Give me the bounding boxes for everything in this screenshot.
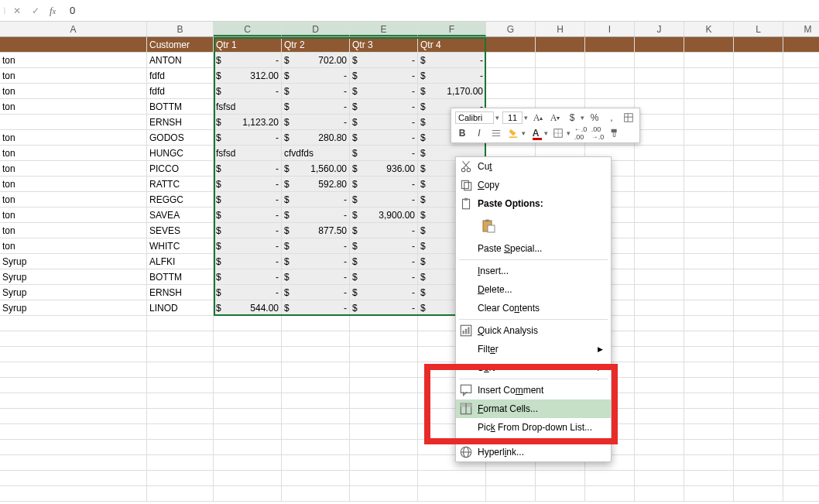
ctx-copy[interactable]: Copy (456, 176, 611, 194)
cell[interactable]: ALFKI (147, 254, 214, 269)
cell[interactable]: $- (350, 115, 418, 129)
cell[interactable]: $1,170.00 (418, 84, 486, 98)
cell[interactable]: $- (214, 53, 282, 67)
cell[interactable] (350, 486, 418, 501)
cell[interactable] (783, 37, 819, 52)
cell[interactable] (486, 84, 536, 98)
cell[interactable] (635, 177, 684, 191)
cell[interactable]: ANTON (147, 53, 214, 67)
cell[interactable] (486, 486, 536, 501)
cancel-formula-icon[interactable]: ✕ (9, 3, 25, 19)
cell[interactable] (635, 316, 684, 331)
cell[interactable] (350, 331, 418, 346)
cell[interactable] (734, 115, 783, 129)
cell[interactable]: $- (350, 254, 418, 269)
cell[interactable] (635, 362, 684, 377)
cell[interactable] (350, 347, 418, 362)
cell[interactable]: Customer (147, 37, 214, 52)
cell[interactable] (0, 347, 147, 362)
font-size-dropdown-icon[interactable]: ▾ (524, 114, 528, 122)
cell[interactable] (684, 269, 734, 284)
col-header-E[interactable]: E (350, 22, 418, 36)
cell[interactable] (214, 347, 282, 362)
cell[interactable]: $- (282, 207, 350, 222)
ctx-insert-comment[interactable]: Insert Comment (456, 381, 611, 399)
cell[interactable]: $- (282, 254, 350, 269)
cell[interactable]: $- (418, 68, 486, 83)
cell[interactable] (734, 53, 783, 67)
cell[interactable] (585, 471, 635, 485)
cell[interactable] (783, 177, 819, 191)
cell[interactable] (536, 471, 585, 485)
cell[interactable] (0, 362, 147, 377)
cell[interactable] (783, 362, 819, 377)
cell[interactable] (783, 347, 819, 362)
cell[interactable] (214, 362, 282, 377)
cell[interactable] (147, 316, 214, 331)
cell[interactable] (635, 300, 684, 315)
col-header-M[interactable]: M (783, 22, 819, 36)
cell[interactable]: $- (282, 99, 350, 114)
cell[interactable]: $- (282, 192, 350, 207)
cell[interactable] (783, 424, 819, 439)
cell[interactable]: ERNSH (147, 115, 214, 129)
cell[interactable] (635, 393, 684, 408)
cell[interactable] (214, 486, 282, 501)
cell[interactable] (684, 285, 734, 300)
cell[interactable]: $- (350, 99, 418, 114)
cell[interactable]: $3,900.00 (350, 207, 418, 222)
cell[interactable]: ton (0, 238, 147, 253)
cell[interactable] (734, 316, 783, 331)
cell[interactable] (684, 486, 734, 501)
cell[interactable] (214, 331, 282, 346)
cell[interactable]: $- (350, 238, 418, 253)
cell[interactable] (0, 486, 147, 501)
ctx-sort[interactable]: Sort ▶ (456, 358, 611, 377)
cell[interactable]: $936.00 (350, 161, 418, 176)
cell[interactable] (783, 440, 819, 454)
cell[interactable] (585, 53, 635, 67)
cell[interactable] (734, 331, 783, 346)
cell[interactable]: ton (0, 223, 147, 238)
cell[interactable] (684, 53, 734, 67)
cell[interactable] (635, 440, 684, 454)
cell[interactable] (214, 316, 282, 331)
cell[interactable] (214, 424, 282, 439)
cell[interactable] (147, 440, 214, 454)
cell[interactable] (734, 146, 783, 160)
cell[interactable] (734, 285, 783, 300)
cell[interactable] (783, 223, 819, 238)
cell[interactable] (684, 300, 734, 315)
font-size-select[interactable]: 11 (502, 111, 523, 124)
cell[interactable] (635, 223, 684, 238)
format-cells-icon[interactable] (622, 111, 636, 125)
fx-icon[interactable]: fx (50, 5, 56, 17)
cell[interactable]: $- (350, 177, 418, 191)
cell[interactable] (147, 471, 214, 485)
cell[interactable]: ton (0, 53, 147, 67)
cell[interactable]: $702.00 (282, 53, 350, 67)
font-color-icon[interactable]: A (529, 126, 543, 140)
cell[interactable] (635, 378, 684, 393)
cell[interactable] (282, 316, 350, 331)
cell[interactable] (214, 471, 282, 485)
cell[interactable] (684, 37, 734, 52)
decrease-font-icon[interactable]: A▾ (548, 111, 562, 125)
cell[interactable]: $- (350, 269, 418, 284)
cell[interactable] (635, 269, 684, 284)
cell[interactable]: $- (214, 161, 282, 176)
cell[interactable] (734, 192, 783, 207)
cell[interactable]: $- (214, 130, 282, 145)
col-header-L[interactable]: L (734, 22, 783, 36)
cell[interactable]: ton (0, 177, 147, 191)
cell[interactable] (734, 409, 783, 423)
cell[interactable]: $- (214, 192, 282, 207)
cell[interactable]: Qtr 3 (350, 37, 418, 52)
cell[interactable] (783, 285, 819, 300)
cell[interactable]: ERNSH (147, 285, 214, 300)
cell[interactable] (684, 254, 734, 269)
cell[interactable] (0, 409, 147, 423)
cell[interactable] (684, 84, 734, 98)
cell[interactable]: $280.80 (282, 130, 350, 145)
font-name-dropdown-icon[interactable]: ▾ (495, 114, 499, 122)
